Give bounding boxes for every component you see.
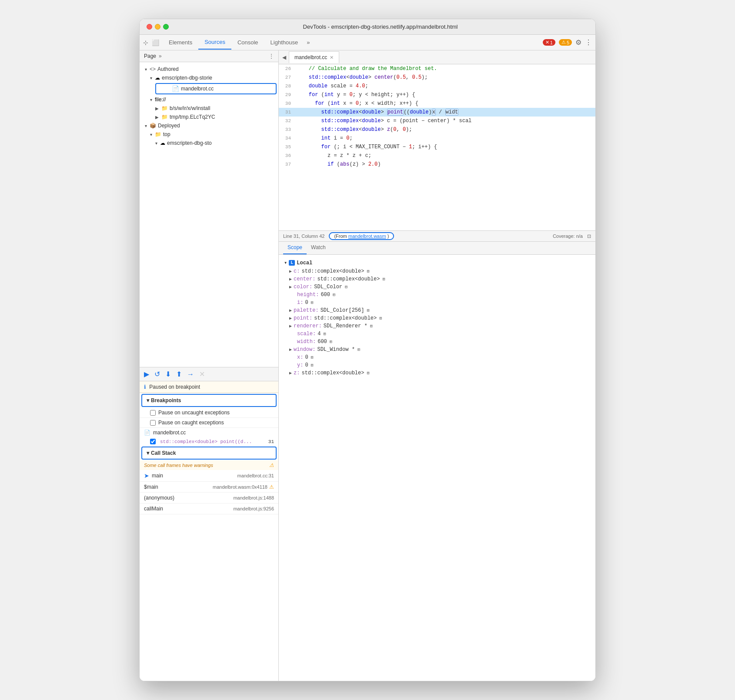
local-label: Local — [297, 260, 312, 266]
expand-c[interactable]: ▶ — [289, 269, 292, 274]
warn-badge[interactable]: ⚠ 5 — [559, 39, 572, 46]
step-over-button[interactable]: ↺ — [154, 370, 160, 378]
tree-item-mandelbrot[interactable]: 📄 mandelbrot.cc — [155, 83, 277, 94]
close-button[interactable] — [147, 24, 152, 30]
tree-item-emscripten-deployed[interactable]: ▾ ☁ emscripten-dbg-sto — [140, 139, 278, 147]
call-frame-anon[interactable]: (anonymous) mandelbrot.js:1488 — [140, 493, 278, 503]
call-stack-arrow: ▾ — [147, 450, 149, 456]
var-key-y: y: — [297, 362, 303, 368]
line-num-37: 37 — [279, 160, 296, 168]
call-frame-callmain[interactable]: callMain mandelbrot.js:9256 — [140, 503, 278, 514]
right-panel-split: ◀ mandelbrot.cc ✕ 26 // Calculate and dr… — [279, 50, 595, 681]
var-point[interactable]: ▶ point: std::complex<double> ⊞ — [284, 314, 590, 322]
tab-sources[interactable]: Sources — [198, 35, 231, 50]
breakpoints-label: Breakpoints — [151, 397, 181, 403]
var-val-height: 600 — [321, 292, 330, 298]
more-tabs[interactable]: » — [304, 36, 312, 49]
grid-icon-z: ⊞ — [367, 370, 369, 376]
tree-item-authored[interactable]: ▾ <> Authored — [140, 65, 278, 73]
tab-elements[interactable]: Elements — [163, 36, 198, 49]
expand-palette[interactable]: ▶ — [289, 308, 292, 313]
var-renderer[interactable]: ▶ renderer: SDL_Renderer * ⊞ — [284, 322, 590, 330]
collapse-icon[interactable]: ◀ — [282, 54, 286, 60]
pause-caught-checkbox[interactable] — [150, 420, 156, 426]
line-code-30: for (int x = 0; x < width; x++) { — [296, 100, 595, 107]
settings-icon[interactable]: ⚙ — [575, 38, 581, 47]
step-out-button[interactable]: ⬆ — [176, 370, 182, 378]
expand-z[interactable]: ▶ — [289, 370, 292, 376]
var-palette[interactable]: ▶ palette: SDL_Color[256] ⊞ — [284, 307, 590, 314]
expand-center[interactable]: ▶ — [289, 277, 292, 282]
tab-watch[interactable]: Watch — [307, 242, 330, 254]
line-num-30: 30 — [279, 100, 296, 107]
top-arrow: ▾ — [150, 132, 152, 137]
var-window[interactable]: ▶ window: SDL_Window * ⊞ — [284, 346, 590, 353]
expand-point[interactable]: ▶ — [289, 316, 292, 321]
tab-lighthouse[interactable]: Lighthouse — [264, 36, 304, 49]
minimize-button[interactable] — [155, 24, 160, 30]
cloud-icon: ☁ — [155, 75, 160, 81]
panel-menu-icon[interactable]: ⋮ — [269, 53, 274, 59]
code-line-30: 30 for (int x = 0; x < width; x++) { — [279, 99, 595, 108]
devtools-window: DevTools - emscripten-dbg-stories.netlif… — [139, 19, 596, 681]
code-line-26: 26 // Calculate and draw the Mandelbrot … — [279, 64, 595, 73]
step-button[interactable]: → — [187, 370, 194, 378]
tmp-label: tmp/tmp.ELcTq2YC — [170, 114, 215, 120]
call-frame-main[interactable]: ➤ main mandelbrot.cc:31 — [140, 470, 278, 482]
deployed-label: Deployed — [158, 123, 180, 129]
breakpoint-checkbox[interactable] — [150, 439, 156, 444]
device-icon[interactable]: ⬜ — [152, 39, 159, 46]
pause-uncaught-checkbox[interactable] — [150, 410, 156, 416]
cursor-position: Line 31, Column 42 — [283, 233, 324, 239]
tab-scope[interactable]: Scope — [283, 242, 307, 254]
line-num-34: 34 — [279, 134, 296, 142]
var-c[interactable]: ▶ c: std::complex<double> ⊞ — [284, 267, 590, 275]
var-center[interactable]: ▶ center: std::complex<double> ⊞ — [284, 275, 590, 283]
tree-item-deployed[interactable]: ▾ 📦 Deployed — [140, 121, 278, 130]
expand-renderer[interactable]: ▶ — [289, 323, 292, 329]
tree-item-tmp[interactable]: ▶ 📁 tmp/tmp.ELcTq2YC — [140, 113, 278, 121]
call-stack-section-header[interactable]: ▾ Call Stack — [141, 447, 277, 460]
var-key-z: z: — [294, 370, 300, 376]
authored-brackets: <> — [150, 66, 156, 72]
top-label: top — [163, 131, 170, 137]
step-into-button[interactable]: ⬇ — [165, 370, 171, 378]
paused-text: Paused on breakpoint — [149, 384, 200, 390]
breakpoint-filename: mandelbrot.cc — [153, 430, 186, 436]
active-frame-icon: ➤ — [144, 472, 149, 479]
line-code-34: int i = 0; — [296, 134, 595, 142]
expand-color[interactable]: ▶ — [289, 284, 292, 290]
tree-item-file-proto[interactable]: ▾ file:// — [140, 95, 278, 104]
more-icon[interactable]: ⋮ — [585, 38, 592, 47]
breakpoint-code-item[interactable]: std::complex<double> point((d... 31 — [140, 437, 278, 446]
deactivate-breakpoints-button[interactable]: ✕ — [199, 370, 205, 378]
expand-window[interactable]: ▶ — [289, 347, 292, 352]
tree-item-emscripten-cloud[interactable]: ▾ ☁ emscripten-dbg-storie — [140, 73, 278, 82]
code-section: ◀ mandelbrot.cc ✕ 26 // Calculate and dr… — [279, 50, 595, 242]
scope-local-header[interactable]: ▾ L Local — [284, 258, 590, 267]
code-area[interactable]: 26 // Calculate and draw the Mandelbrot … — [279, 64, 595, 230]
pointer-icon[interactable]: ⊹ — [143, 39, 148, 46]
var-z[interactable]: ▶ z: std::complex<double> ⊞ — [284, 369, 590, 377]
var-color[interactable]: ▶ color: SDL_Color ⊞ — [284, 283, 590, 291]
var-val-z: std::complex<double> — [301, 370, 364, 376]
code-line-29: 29 for (int y = 0; y < height; y++) { — [279, 90, 595, 99]
tree-item-top[interactable]: ▾ 📁 top — [140, 130, 278, 139]
breakpoints-section-header[interactable]: ▾ Breakpoints — [141, 394, 277, 407]
close-tab-icon[interactable]: ✕ — [330, 55, 334, 60]
tree-item-b-s-w[interactable]: ▶ 📁 b/s/w/ir/x/w/install — [140, 104, 278, 113]
call-frame-smain[interactable]: $main mandelbrot.wasm:0x4118 ⚠ — [140, 482, 278, 493]
from-file-link[interactable]: mandelbrot.wasm — [348, 233, 386, 239]
line-code-26: // Calculate and draw the Mandelbrot set… — [296, 65, 595, 73]
code-line-33: 33 std::complex<double> z(0, 0); — [279, 125, 595, 134]
info-icon: ℹ — [144, 384, 146, 390]
tab-console[interactable]: Console — [231, 36, 264, 49]
more-panels-icon[interactable]: » — [159, 53, 162, 59]
resume-button[interactable]: ▶ — [144, 370, 149, 378]
maximize-button[interactable] — [163, 24, 169, 30]
call-frame-callmain-left: callMain — [144, 506, 163, 512]
error-badge[interactable]: ✕ 1 — [543, 39, 555, 46]
grid-icon-renderer: ⊞ — [370, 323, 373, 329]
coverage-icon[interactable]: ⊡ — [587, 233, 591, 239]
editor-tab-mandelbrot[interactable]: mandelbrot.cc ✕ — [289, 51, 339, 63]
